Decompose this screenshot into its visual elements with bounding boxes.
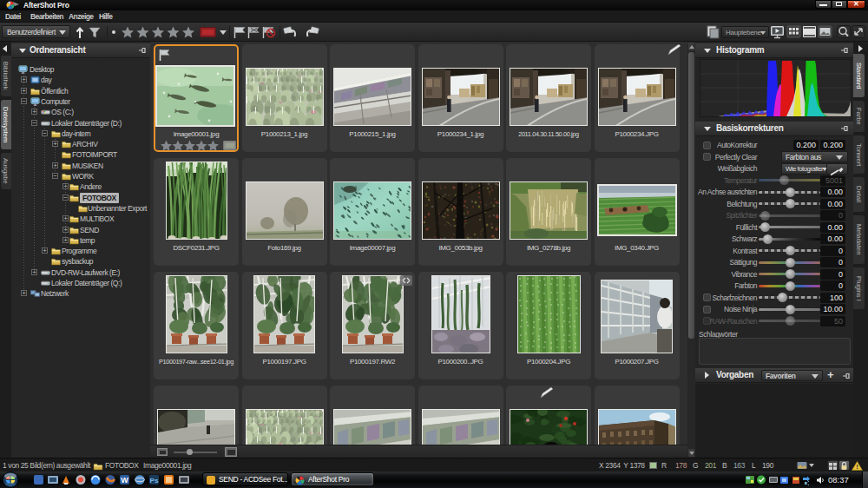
svg-text:W: W [121,476,128,485]
svg-text:Ps: Ps [150,477,159,485]
svg-text:!: ! [856,463,858,471]
